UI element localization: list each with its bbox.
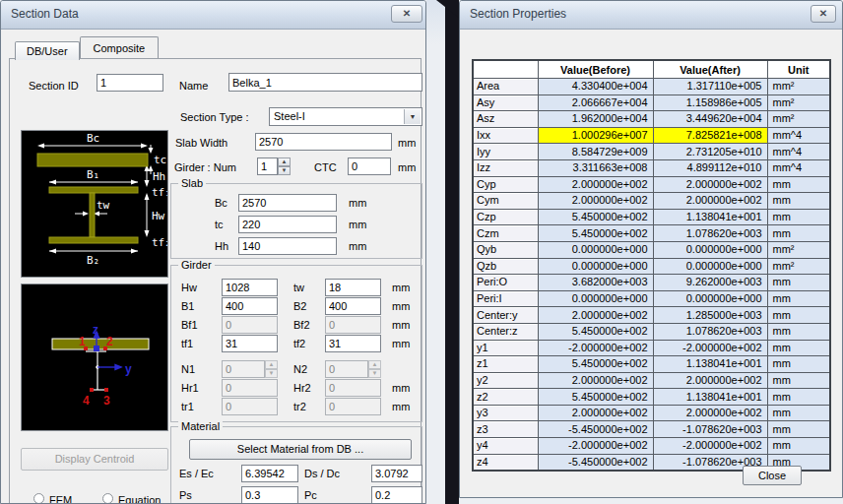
spinner-up-icon[interactable]: ▲ bbox=[278, 158, 291, 166]
table-row: y1-2.000000e+002-2.000000e+002mm bbox=[473, 340, 830, 356]
radio-fem[interactable] bbox=[33, 493, 44, 504]
slab-width-input[interactable] bbox=[255, 133, 392, 151]
display-centroid-button: Display Centroid bbox=[21, 448, 168, 471]
point-3-label: 3 bbox=[103, 394, 110, 408]
property-name-cell: Qzb bbox=[473, 258, 538, 275]
property-name-cell: Center:z bbox=[473, 323, 538, 340]
radio-label-fem: FEM bbox=[49, 494, 72, 504]
girder-field-label-b1: B1 bbox=[181, 300, 194, 312]
girder-field-input-tw[interactable] bbox=[325, 279, 381, 296]
table-row: Center:y2.000000e+0021.285000e+003mm bbox=[473, 307, 830, 324]
table-row: Izz3.311663e+0084.899112e+010mm^4 bbox=[473, 159, 830, 176]
top-flange-shape bbox=[49, 187, 138, 193]
girder-num-stepper[interactable]: ▲ ▼ bbox=[257, 158, 291, 175]
slab-field-input-bc[interactable] bbox=[238, 194, 337, 212]
ds-dc-input[interactable] bbox=[371, 465, 422, 482]
property-name-cell: z3 bbox=[473, 421, 538, 438]
section-data-titlebar[interactable]: Section Data ✕ bbox=[1, 1, 425, 30]
girder-field-input-b2[interactable] bbox=[325, 297, 381, 315]
spinner-down-icon[interactable]: ▼ bbox=[278, 166, 291, 175]
tab-strip: DB/UserComposite bbox=[15, 36, 159, 59]
girder-shape bbox=[37, 154, 148, 243]
value-before-cell: -5.450000e+002 bbox=[538, 421, 653, 438]
value-after-cell: 0.000000e+000 bbox=[653, 258, 767, 275]
unit-cell: mm bbox=[767, 225, 830, 242]
value-after-cell: 1.078620e+003 bbox=[653, 225, 767, 242]
section-type-combobox[interactable]: Steel-I ▼ bbox=[269, 107, 422, 126]
girder-field-input-tr2 bbox=[325, 398, 381, 415]
girder-field-input-tf2[interactable] bbox=[325, 335, 381, 352]
section-id-input[interactable] bbox=[97, 74, 163, 92]
property-name-cell: Area bbox=[473, 79, 538, 95]
girder-num-label: Girder : Num bbox=[174, 161, 236, 173]
property-name-cell: y3 bbox=[473, 405, 538, 421]
girder-num-spin-buttons[interactable]: ▲ ▼ bbox=[278, 158, 291, 175]
display-centroid-label: Display Centroid bbox=[55, 453, 135, 465]
ps-input[interactable] bbox=[241, 486, 298, 504]
unit-cell: mm bbox=[767, 421, 830, 438]
table-row: Qyb0.000000e+0000.000000e+000mm² bbox=[473, 241, 830, 258]
value-after-cell: 1.138041e+001 bbox=[653, 389, 767, 406]
table-row: Qzb0.000000e+0000.000000e+000mm² bbox=[473, 258, 830, 275]
value-after-cell: 1.285000e+003 bbox=[653, 307, 767, 324]
pc-input[interactable] bbox=[371, 486, 422, 504]
table-row: Ixx1.000296e+0077.825821e+008mm^4 bbox=[473, 127, 830, 144]
select-material-from-db-button[interactable]: Select Material from DB ... bbox=[189, 439, 412, 460]
girder-field-input-tf1[interactable] bbox=[222, 335, 278, 352]
slab-field-input-tc[interactable] bbox=[238, 216, 337, 233]
girder-field-input-hw[interactable] bbox=[222, 279, 278, 296]
section-properties-table: Value(Before)Value(After)Unit Area4.3304… bbox=[472, 59, 831, 472]
value-after-cell: -1.078620e+003 bbox=[653, 421, 767, 438]
point-1-label: 1 bbox=[79, 335, 86, 348]
tf2-dim-label: tf₂ bbox=[152, 236, 167, 249]
column-header-value-before-: Value(Before) bbox=[538, 60, 653, 79]
unit-cell: mm bbox=[767, 290, 830, 307]
tab-composite[interactable]: Composite bbox=[80, 36, 160, 58]
girder-field-input-tr1 bbox=[222, 398, 278, 415]
girder-field-label-b2: B2 bbox=[293, 300, 306, 312]
section-properties-close-button[interactable]: ✕ bbox=[811, 5, 836, 23]
unit-cell: mm² bbox=[767, 79, 830, 95]
b1-dim-label: B₁ bbox=[87, 168, 99, 181]
girder-group: Girder HwtwmmB1B2mmBf1Bf2mmtf1tf2mmN1▲▼N… bbox=[170, 265, 422, 422]
slab-group-title: Slab bbox=[178, 177, 206, 189]
ctc-input[interactable] bbox=[348, 158, 391, 175]
radio-equation[interactable] bbox=[102, 493, 113, 504]
screen: Section Data ✕ DB/UserComposite Section … bbox=[0, 0, 843, 504]
table-row: Cyp2.000000e+0022.000000e+002mm bbox=[473, 176, 830, 193]
close-button[interactable]: Close bbox=[743, 466, 802, 485]
property-name-cell: Qyb bbox=[473, 241, 538, 258]
property-name-cell: z2 bbox=[473, 389, 538, 406]
hw-dim-label: Hw bbox=[152, 210, 165, 222]
value-before-cell: -2.000000e+002 bbox=[538, 438, 653, 455]
slab-field-input-hh[interactable] bbox=[238, 237, 337, 255]
tab-db-user[interactable]: DB/User bbox=[15, 41, 80, 60]
chevron-down-icon[interactable]: ▼ bbox=[404, 109, 421, 124]
es-ec-input[interactable] bbox=[241, 465, 298, 482]
name-input[interactable] bbox=[228, 73, 422, 92]
girder-field-unit: mm bbox=[392, 282, 410, 293]
z-axis-label: z bbox=[93, 323, 98, 337]
value-before-cell: 2.000000e+002 bbox=[538, 372, 653, 389]
table-row: Asy2.066667e+0041.158986e+005mm² bbox=[473, 94, 830, 111]
table-row: y4-2.000000e+002-2.000000e+002mm bbox=[473, 438, 830, 455]
spin-buttons: ▲▼ bbox=[265, 360, 278, 378]
ps-label: Ps bbox=[179, 489, 192, 501]
value-before-cell: 5.450000e+002 bbox=[538, 225, 653, 242]
section-data-close-button[interactable]: ✕ bbox=[391, 5, 422, 23]
property-name-cell: z4 bbox=[473, 454, 538, 471]
section-properties-titlebar[interactable]: Section Properties ✕ bbox=[460, 1, 842, 30]
value-after-cell: -2.000000e+002 bbox=[653, 340, 767, 356]
bottom-flange-shape bbox=[49, 237, 138, 243]
value-before-cell: 2.000000e+002 bbox=[538, 307, 653, 324]
centroid-diagram-svg: 1 2 4 3 z y bbox=[22, 284, 167, 430]
girder-num-input[interactable] bbox=[257, 158, 278, 175]
property-name-cell: Asz bbox=[473, 111, 538, 128]
unit-cell: mm² bbox=[767, 241, 830, 258]
unit-cell: mm² bbox=[767, 111, 830, 128]
spin-buttons: ▲▼ bbox=[368, 360, 381, 378]
girder-field-input-b1[interactable] bbox=[222, 297, 278, 315]
table-row: Asz1.962000e+0043.449620e+004mm² bbox=[473, 111, 830, 128]
unit-cell: mm bbox=[767, 372, 830, 389]
value-before-cell: 1.962000e+004 bbox=[538, 111, 653, 128]
